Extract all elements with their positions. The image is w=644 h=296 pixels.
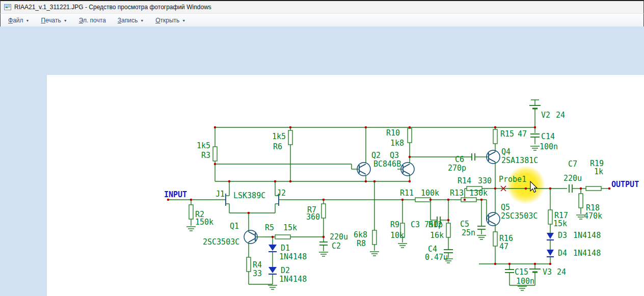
component-label: R11: [400, 189, 414, 198]
component-label: 150k: [195, 218, 213, 227]
component-label: 1N4148: [573, 231, 601, 240]
component-label: 10k: [390, 231, 404, 240]
transistor-symbol: [359, 164, 366, 168]
menu-item-print[interactable]: Печать▼: [36, 15, 71, 25]
resistor-body: [586, 186, 601, 191]
dropdown-arrow-icon: ▼: [64, 19, 67, 22]
resistor-body: [213, 147, 217, 161]
component-label: 33: [253, 269, 262, 278]
resistor-body: [189, 205, 193, 219]
junction-dot: [289, 180, 292, 183]
component-label: 130k: [469, 189, 488, 198]
component-label: R6: [273, 142, 282, 151]
menu-item-open[interactable]: Открыть▼: [151, 15, 190, 25]
transistor-symbol: [489, 152, 495, 155]
component-label: R8: [357, 239, 366, 248]
component-label: R9: [390, 220, 399, 229]
junction-dot: [534, 263, 536, 265]
resistor-body: [288, 130, 292, 145]
junction-dot: [480, 199, 483, 201]
component-label: D3: [558, 231, 567, 240]
resistor-body: [408, 128, 412, 143]
component-label: LSK389C: [233, 191, 265, 200]
menu-item-file[interactable]: Файл▼: [4, 15, 34, 25]
transistor-symbol: [489, 214, 495, 218]
viewer-content: INPUTR2150k1k5R3J1LSK389CJ21k5R6Q12SC350…: [0, 26, 644, 296]
component-label: C5: [460, 220, 469, 229]
component-label: R15: [500, 129, 514, 139]
junction-dot: [549, 263, 552, 265]
component-label: 1N4148: [573, 249, 601, 258]
junction-dot: [409, 180, 411, 183]
junction-dot: [373, 180, 376, 183]
component-label: 1k: [594, 167, 603, 176]
junction-dot: [323, 236, 325, 238]
component-label: 1N4148: [279, 275, 307, 284]
component-label: D1: [281, 244, 290, 253]
junction-dot: [409, 126, 411, 129]
junction-dot: [494, 263, 497, 265]
junction-dot: [365, 180, 367, 183]
resistor-body: [415, 198, 431, 202]
component-label: R5: [265, 223, 274, 232]
component-label: V2: [541, 111, 550, 120]
component-label: 470k: [584, 211, 602, 221]
component-label: 1k8: [390, 139, 404, 148]
junction-dot: [430, 199, 432, 201]
component-label: R12: [428, 220, 442, 229]
component-label: Q3: [390, 151, 399, 160]
component-label: V3: [543, 267, 552, 277]
junction-dot: [447, 199, 450, 201]
menu-item-burn[interactable]: Запись▼: [113, 15, 148, 25]
transistor-symbol: [403, 164, 410, 168]
transistor-symbol: [403, 171, 410, 174]
junction-dot: [214, 126, 217, 129]
junction-dot: [447, 219, 450, 222]
resistor-body: [372, 230, 377, 245]
diode-icon: [269, 245, 277, 251]
component-label: 16k: [430, 231, 444, 240]
resistor-body: [461, 198, 476, 202]
resistor-body: [548, 210, 552, 224]
component-label: R14: [458, 176, 471, 185]
junction-dot: [494, 126, 497, 129]
resistor-body: [579, 194, 583, 208]
component-label: Probe1: [499, 175, 526, 184]
component-label: 360: [306, 212, 320, 222]
diode-icon: [547, 250, 554, 256]
component-label: 100n: [516, 277, 534, 286]
junction-dot: [289, 126, 292, 129]
junction-dot: [274, 180, 277, 183]
component-label: Q1: [230, 222, 239, 231]
component-label: 0.47u: [425, 253, 448, 262]
component-label: C15: [515, 267, 528, 277]
transistor-symbol: [249, 238, 255, 242]
component-labels: INPUTR2150k1k5R3J1LSK389CJ21k5R6Q12SC350…: [164, 111, 639, 286]
component-label: C3: [411, 220, 420, 229]
component-label: 2SC3503C: [203, 237, 239, 247]
component-label: Q2: [371, 151, 381, 160]
component-label: R3: [201, 151, 210, 160]
component-label: D2: [281, 266, 290, 275]
photo-canvas[interactable]: INPUTR2150k1k5R3J1LSK389CJ21k5R6Q12SC350…: [47, 75, 644, 296]
component-label: INPUT: [164, 190, 187, 199]
dropdown-arrow-icon: ▼: [140, 19, 144, 22]
junction-dot: [508, 263, 511, 265]
title-bar: RIAA21_v.1_311221.JPG - Средство просмот…: [0, 0, 644, 14]
menu-item-email[interactable]: Эл. почта: [74, 15, 111, 25]
component-label: 47: [518, 129, 527, 139]
junction-dot: [494, 187, 497, 190]
component-label: D4: [558, 249, 567, 258]
junction-dot: [214, 163, 217, 166]
component-label: 220u: [564, 174, 582, 183]
component-label: 220u: [330, 232, 348, 241]
component-label: C7: [568, 159, 577, 169]
component-label: 2SC3503C: [501, 211, 538, 221]
component-label: 15k: [553, 219, 567, 228]
component-label: 1N4148: [279, 252, 307, 261]
component-label: R13: [450, 189, 464, 198]
junction-dot: [549, 187, 552, 190]
junction-dot: [525, 187, 527, 190]
component-label: 330: [478, 176, 492, 185]
window-title: RIAA21_v.1_311221.JPG - Средство просмот…: [14, 4, 211, 11]
